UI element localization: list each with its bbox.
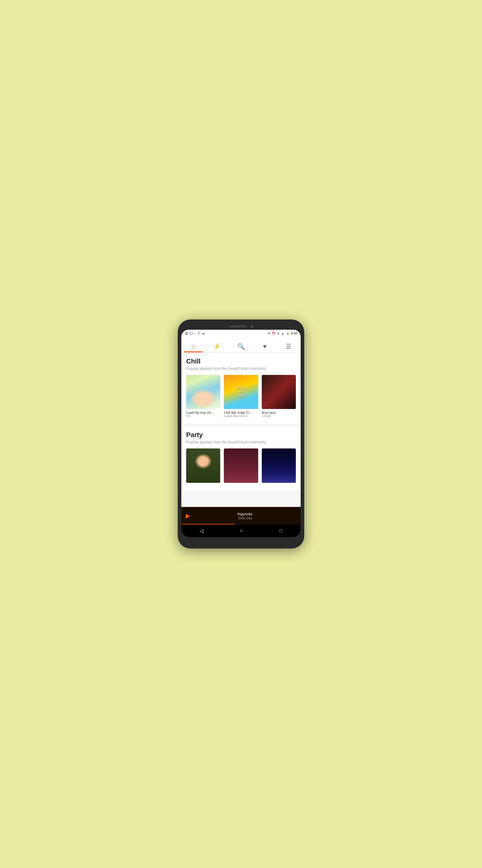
- mini-player[interactable]: ▶ Hypnotic Zella Day: [181, 507, 301, 524]
- signal-icon: ▲: [281, 332, 284, 335]
- high-on-chill-overlay: HIGH ON chill: [224, 375, 258, 409]
- mini-player-info: Hypnotic Zella Day: [194, 512, 296, 520]
- party-person-art: [186, 448, 220, 483]
- party-section: Party Popular playlists from the SoundCl…: [181, 426, 301, 490]
- mini-track-artist: Zella Day: [194, 516, 296, 520]
- nav-bar: ⌂ ⚡ 🔍 ♥ ☰: [181, 337, 301, 352]
- playlist-name-acidjazz: Acid Jazz: [262, 411, 296, 414]
- playlist-item-higonchill[interactable]: HIGH ON chill Chill Mix (High O... Lukas…: [224, 375, 258, 418]
- phone-camera: [250, 325, 253, 328]
- status-left-icons: 🖼 💬 ♪ Ⓔ ⏭: [185, 331, 205, 336]
- anime-girl-art: [186, 375, 220, 409]
- nav-home[interactable]: ⌂: [181, 343, 205, 352]
- chill-title: Chill: [186, 358, 296, 365]
- heart-icon: ♥: [263, 343, 267, 350]
- home-button[interactable]: ○: [240, 528, 243, 533]
- status-music-icon: ♪: [195, 332, 196, 335]
- status-bar: 🖼 💬 ♪ Ⓔ ⏭ ✶ ⏰ ▼ ▲ 🔋 9:59: [181, 330, 301, 337]
- playlist-author-higonchill: Lukas Marcinkevi...: [224, 414, 258, 418]
- playlist-thumb-lowfi: [186, 375, 220, 409]
- search-icon: 🔍: [237, 343, 245, 350]
- chill-subtitle: Popular playlists from the SoundCloud co…: [186, 367, 296, 371]
- back-button[interactable]: ◁: [200, 528, 203, 534]
- chill-playlist-row: Lowfi hip hop chi... Nix HIGH ON chill: [186, 375, 296, 418]
- phone-screen: 🖼 💬 ♪ Ⓔ ⏭ ✶ ⏰ ▼ ▲ 🔋 9:59 ⌂ ⚡: [181, 330, 301, 537]
- nav-menu[interactable]: ☰: [277, 343, 301, 352]
- home-icon: ⌂: [192, 343, 195, 350]
- alarm-icon: ⏰: [272, 332, 275, 335]
- high-on-chill-art: HIGH ON chill: [224, 375, 258, 409]
- nav-favorites[interactable]: ♥: [253, 343, 277, 352]
- system-nav: ◁ ○ □: [181, 524, 301, 537]
- content-area: Chill Popular playlists from the SoundCl…: [181, 352, 301, 507]
- bluetooth-icon: ✶: [268, 332, 270, 335]
- time-display: 9:59: [291, 332, 297, 335]
- chill-text: chill: [237, 393, 245, 398]
- mini-player-progress-bar: [181, 524, 235, 524]
- on-text: ON: [238, 390, 244, 393]
- status-right-icons: ✶ ⏰ ▼ ▲ 🔋 9:59: [268, 332, 297, 335]
- concert-art: [262, 448, 296, 483]
- phone-notch: [181, 325, 301, 328]
- playlist-thumb-higonchill: HIGH ON chill: [224, 375, 258, 409]
- nav-search[interactable]: 🔍: [229, 343, 253, 352]
- mini-track-name: Hypnotic: [194, 512, 296, 516]
- status-media-icon: ⏭: [202, 332, 205, 335]
- phone-device: 🖼 💬 ♪ Ⓔ ⏭ ✶ ⏰ ▼ ▲ 🔋 9:59 ⌂ ⚡: [178, 319, 304, 549]
- playlist-name-lowfi: Lowfi hip hop chi...: [186, 411, 220, 414]
- party-cups-art: [224, 448, 258, 483]
- playlist-thumb-party1: [186, 448, 220, 483]
- party-subtitle: Popular playlists from the SoundCloud co…: [186, 440, 296, 444]
- phone-speaker: [229, 326, 247, 327]
- playlist-thumb-party3: [262, 448, 296, 483]
- flash-icon: ⚡: [213, 343, 221, 350]
- playlist-item-party3[interactable]: [262, 448, 296, 484]
- playlist-item-party1[interactable]: [186, 448, 220, 484]
- status-gallery-icon: 🖼: [185, 332, 188, 335]
- acid-jazz-art: [262, 375, 296, 409]
- high-text: HIGH: [235, 386, 247, 390]
- recent-button[interactable]: □: [280, 528, 283, 533]
- playlist-thumb-party2: [224, 448, 258, 483]
- status-whatsapp-icon: 💬: [190, 332, 193, 335]
- party-title: Party: [186, 431, 296, 439]
- playlist-name-higonchill: Chill Mix (High O...: [224, 411, 258, 414]
- playlist-item-lowfi[interactable]: Lowfi hip hop chi... Nix: [186, 375, 220, 418]
- nav-flash[interactable]: ⚡: [205, 343, 229, 352]
- wifi-icon: ▼: [277, 332, 280, 335]
- playlist-item-party2[interactable]: [224, 448, 258, 484]
- playlist-thumb-acidjazz: [262, 375, 296, 409]
- playlist-item-acidjazz[interactable]: Acid Jazz Lordafj: [262, 375, 296, 418]
- battery-icon: 🔋: [286, 332, 289, 335]
- playlist-author-lowfi: Nix: [186, 414, 220, 418]
- party-playlist-row: [186, 448, 296, 484]
- chill-section: Chill Popular playlists from the SoundCl…: [181, 352, 301, 424]
- status-e-icon: Ⓔ: [198, 331, 201, 336]
- mini-play-button[interactable]: ▶: [186, 512, 190, 519]
- menu-icon: ☰: [286, 343, 291, 350]
- playlist-author-acidjazz: Lordafj: [262, 414, 296, 418]
